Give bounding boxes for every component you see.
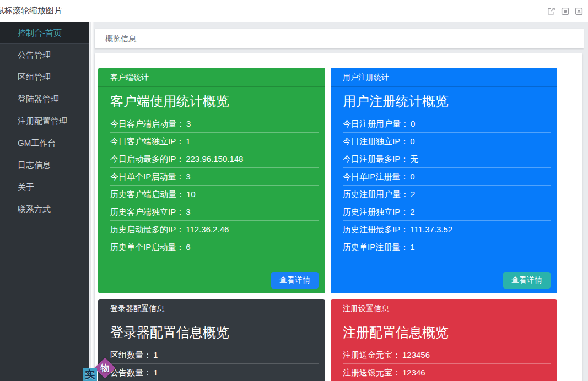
close-icon[interactable] [575, 7, 583, 15]
stat-row: 历史单个IP启动量：6 [110, 238, 319, 256]
sidebar-item-console-home[interactable]: 控制台-首页 [0, 22, 89, 44]
stat-row: 历史单IP注册量：1 [343, 238, 551, 256]
sidebar-item-register-config[interactable]: 注册配置管理 [0, 110, 89, 132]
card-body: 客户端使用统计概览 今日客户端启动量：3 今日客户端独立IP：1 今日启动最多的… [98, 87, 325, 256]
card-title: 登录器配置信息概览 [110, 318, 319, 346]
sidebar-item-contact[interactable]: 联系方式 [0, 198, 89, 220]
open-external-icon[interactable] [547, 7, 555, 15]
card-body: 登录器配置信息概览 区组数量：1 公告数量：1 [98, 318, 325, 381]
card-register-settings: 注册设置信息 注册配置信息概览 注册送金元宝：123456 注册送银元宝：123… [331, 299, 557, 381]
view-details-button[interactable]: 查看详情 [271, 272, 319, 289]
sidebar-item-log-info[interactable]: 日志信息 [0, 154, 89, 176]
floating-badge-shi[interactable]: 实 [83, 368, 97, 381]
sidebar: 控制台-首页 公告管理 区组管理 登陆器管理 注册配置管理 GM工作台 日志信息… [0, 22, 89, 381]
stat-row: 历史注册最多IP：111.37.3.52 [343, 221, 551, 238]
stat-row: 今日注册用户量：0 [343, 115, 551, 133]
stat-row: 公告数量：1 [110, 364, 319, 381]
floating-badge-wu[interactable]: 物 [94, 357, 115, 378]
card-title: 客户端使用统计概览 [110, 87, 319, 115]
sidebar-item-gm-workbench[interactable]: GM工作台 [0, 132, 89, 154]
sidebar-content-gap [90, 22, 94, 381]
section-header-bar: 概览信息 [95, 29, 584, 48]
card-header: 注册设置信息 [331, 299, 557, 318]
stat-row: 历史启动最多的IP：112.36.2.46 [110, 221, 319, 238]
content-panel: 客户端统计 客户端使用统计概览 今日客户端启动量：3 今日客户端独立IP：1 今… [95, 53, 582, 381]
card-title: 用户注册统计概览 [343, 87, 551, 115]
sidebar-item-announcement[interactable]: 公告管理 [0, 44, 89, 66]
sidebar-item-launcher-management[interactable]: 登陆器管理 [0, 88, 89, 110]
card-header: 登录器配置信息 [98, 299, 325, 318]
card-client-stats: 客户端统计 客户端使用统计概览 今日客户端启动量：3 今日客户端独立IP：1 今… [98, 68, 325, 293]
card-title: 注册配置信息概览 [343, 318, 551, 346]
window-titlebar: 鼠标滚轮缩放图片 [0, 0, 588, 22]
stat-row: 历史客户端启动量：10 [110, 186, 319, 203]
stat-row: 今日单IP注册量：0 [343, 168, 551, 186]
stat-row: 历史客户端独立IP：3 [110, 203, 319, 221]
stat-row: 注册送银元宝：12346 [343, 364, 551, 381]
sidebar-item-zone-management[interactable]: 区组管理 [0, 66, 89, 88]
stat-row: 今日单个IP启动量：3 [110, 168, 319, 186]
sidebar-item-about[interactable]: 关于 [0, 176, 89, 198]
window-controls [547, 7, 583, 15]
stat-row: 今日客户端启动量：3 [110, 115, 319, 133]
card-user-register-stats: 用户注册统计 用户注册统计概览 今日注册用户量：0 今日注册独立IP：0 今日注… [331, 68, 557, 293]
stat-row: 今日启动最多的IP：223.96.150.148 [110, 150, 319, 168]
stat-row: 区组数量：1 [110, 346, 319, 364]
stat-row: 历史注册独立IP：2 [343, 203, 551, 221]
stat-row: 今日客户端独立IP：1 [110, 133, 319, 150]
view-details-button[interactable]: 查看详情 [503, 272, 551, 289]
card-launcher-config: 登录器配置信息 登录器配置信息概览 区组数量：1 公告数量：1 [98, 299, 325, 381]
card-header: 客户端统计 [98, 68, 325, 87]
card-header: 用户注册统计 [331, 68, 557, 87]
section-title: 概览信息 [105, 34, 136, 43]
card-footer: 查看详情 [343, 266, 551, 293]
window-title: 鼠标滚轮缩放图片 [0, 6, 62, 16]
stat-row: 今日注册最多IP：无 [343, 150, 551, 168]
stat-row: 历史注册用户量：2 [343, 186, 551, 203]
maximize-icon[interactable] [561, 7, 569, 15]
card-body: 注册配置信息概览 注册送金元宝：123456 注册送银元宝：12346 [331, 318, 557, 381]
stat-row: 今日注册独立IP：0 [343, 133, 551, 150]
card-footer: 查看详情 [110, 266, 319, 293]
card-body: 用户注册统计概览 今日注册用户量：0 今日注册独立IP：0 今日注册最多IP：无… [331, 87, 557, 256]
stat-row: 注册送金元宝：123456 [343, 346, 551, 364]
